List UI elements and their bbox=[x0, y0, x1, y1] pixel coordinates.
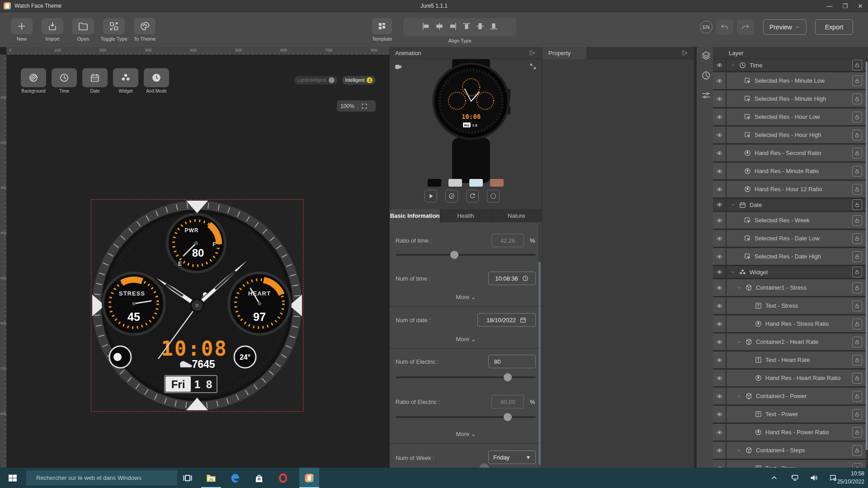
lock-toggle-icon[interactable] bbox=[852, 391, 862, 402]
chevron-down-icon[interactable] bbox=[736, 448, 742, 453]
undo-button[interactable] bbox=[716, 19, 733, 35]
canvas-tool-widget[interactable]: Widget bbox=[112, 68, 140, 94]
align-left-button[interactable] bbox=[419, 20, 433, 32]
lock-toggle-icon[interactable] bbox=[852, 427, 862, 438]
property-tab[interactable]: Property bbox=[542, 47, 586, 59]
layer-row[interactable]: Widget bbox=[713, 266, 866, 278]
volume-icon[interactable] bbox=[810, 474, 818, 482]
taskbar-search[interactable]: Rechercher sur le web et dans Windows bbox=[26, 470, 177, 485]
layer-row[interactable]: Text - Stress bbox=[713, 297, 866, 314]
visibility-eye-icon[interactable] bbox=[713, 163, 726, 179]
loop-button[interactable] bbox=[487, 190, 500, 202]
visibility-eye-icon[interactable] bbox=[713, 315, 726, 332]
taskbar-app-task-view[interactable] bbox=[178, 468, 198, 488]
chevron-down-icon[interactable] bbox=[736, 339, 742, 345]
chevron-down-icon[interactable] bbox=[730, 202, 736, 207]
design-canvas[interactable]: 0100200300400500600700800 10020030040050… bbox=[0, 47, 389, 468]
zoom-control[interactable]: 100% bbox=[337, 100, 376, 112]
toolbar-button-open[interactable]: Open bbox=[68, 18, 99, 42]
start-button[interactable] bbox=[3, 468, 23, 488]
expand-icon[interactable] bbox=[529, 63, 537, 70]
taskbar-app-opera[interactable] bbox=[273, 468, 293, 488]
layer-row[interactable]: Selected Res - Week bbox=[713, 212, 866, 229]
lock-toggle-icon[interactable] bbox=[852, 463, 862, 468]
visibility-eye-icon[interactable] bbox=[713, 108, 726, 125]
color-swatch-3[interactable] bbox=[469, 179, 483, 187]
layer-row[interactable]: Container4 - Steps bbox=[713, 442, 866, 459]
visibility-eye-icon[interactable] bbox=[713, 370, 726, 386]
layer-row[interactable]: Text - Heart Rate bbox=[713, 352, 866, 368]
align-right-button[interactable] bbox=[446, 20, 460, 32]
tab-basic-information[interactable]: Basic Information bbox=[390, 209, 440, 222]
visibility-eye-icon[interactable] bbox=[713, 352, 726, 368]
visibility-eye-icon[interactable] bbox=[713, 181, 726, 197]
export-button[interactable]: Export bbox=[815, 19, 853, 35]
layer-row[interactable]: Text - Power bbox=[713, 406, 866, 422]
layer-row[interactable]: Container3 - Power bbox=[713, 388, 866, 404]
align-center-v-button[interactable] bbox=[473, 20, 487, 32]
visibility-eye-icon[interactable] bbox=[713, 333, 726, 350]
visibility-eye-icon[interactable] bbox=[713, 59, 726, 71]
minimize-button[interactable]: — bbox=[822, 0, 837, 12]
taskbar-app-edge[interactable] bbox=[225, 468, 245, 488]
chevron-down-icon[interactable] bbox=[730, 62, 736, 68]
visibility-eye-icon[interactable] bbox=[713, 406, 726, 422]
visibility-eye-icon[interactable] bbox=[713, 212, 726, 229]
lock-toggle-icon[interactable] bbox=[852, 60, 862, 70]
lock-toggle-icon[interactable] bbox=[852, 166, 862, 177]
layer-row[interactable]: Time bbox=[713, 59, 866, 71]
align-top-button[interactable] bbox=[460, 20, 473, 32]
tab-nature[interactable]: Nature bbox=[491, 209, 542, 222]
fit-screen-icon[interactable] bbox=[361, 103, 368, 109]
panel-collapse-icon[interactable] bbox=[680, 49, 689, 56]
lock-toggle-icon[interactable] bbox=[852, 409, 862, 420]
canvas-tool-time[interactable]: Time bbox=[50, 68, 78, 94]
taskbar-clock[interactable]: 10:58 25/10/2022 bbox=[837, 469, 864, 486]
layer-row[interactable]: Selected Res - Hour Low bbox=[713, 108, 866, 125]
gauge-dot[interactable] bbox=[109, 346, 131, 368]
layers-icon[interactable] bbox=[701, 51, 711, 61]
lock-toggle-icon[interactable] bbox=[852, 319, 862, 329]
num-electric-input[interactable]: 80 bbox=[488, 355, 536, 368]
ratio-time-slider[interactable] bbox=[396, 254, 536, 256]
visibility-eye-icon[interactable] bbox=[713, 199, 726, 211]
visibility-eye-icon[interactable] bbox=[713, 279, 726, 296]
watchface-selection[interactable]: PWR F E 80 STRESS 45 bbox=[91, 200, 303, 411]
maximize-button[interactable]: ❐ bbox=[837, 0, 853, 12]
layer-row[interactable]: Text - Steps bbox=[713, 460, 866, 468]
taskbar-app-store[interactable] bbox=[249, 468, 269, 488]
chevron-down-icon[interactable] bbox=[730, 269, 736, 275]
canvas-tool-background[interactable]: Background bbox=[19, 68, 47, 94]
layer-row[interactable]: Container2 - Heart Rate bbox=[713, 333, 866, 350]
visibility-eye-icon[interactable] bbox=[713, 424, 726, 441]
ratio-electric-slider[interactable] bbox=[396, 416, 536, 418]
mode-toggle-lightintelligent[interactable]: LightIntelligent bbox=[294, 76, 338, 84]
more-toggle-1[interactable]: More ⌄ bbox=[390, 294, 542, 300]
chevron-down-icon[interactable] bbox=[736, 394, 742, 399]
watch-preview-icon[interactable] bbox=[701, 70, 711, 80]
lock-toggle-icon[interactable] bbox=[852, 373, 862, 384]
lock-toggle-icon[interactable] bbox=[852, 112, 862, 122]
visibility-eye-icon[interactable] bbox=[713, 442, 726, 459]
lock-toggle-icon[interactable] bbox=[852, 355, 862, 366]
inspector-scrollbar[interactable] bbox=[538, 223, 541, 466]
lock-toggle-icon[interactable] bbox=[852, 75, 862, 86]
ratio-electric-input[interactable]: 80,00 bbox=[491, 395, 524, 408]
lock-toggle-icon[interactable] bbox=[852, 445, 862, 456]
visibility-eye-icon[interactable] bbox=[713, 266, 726, 278]
align-center-h-button[interactable] bbox=[433, 20, 446, 32]
visibility-eye-icon[interactable] bbox=[713, 230, 726, 247]
mode-toggle-intelligent[interactable]: Intelligent 2 bbox=[342, 76, 376, 84]
layer-row[interactable]: Date bbox=[713, 199, 866, 211]
subdial-heart[interactable]: HEART 97 bbox=[229, 273, 290, 334]
layer-row[interactable]: Selected Res - Date Low bbox=[713, 230, 866, 247]
refresh-button[interactable] bbox=[466, 190, 479, 202]
panel-collapse-icon[interactable] bbox=[528, 49, 536, 56]
lock-toggle-icon[interactable] bbox=[852, 94, 862, 104]
lock-toggle-icon[interactable] bbox=[852, 130, 862, 141]
layer-row[interactable]: Selected Res - Hour High bbox=[713, 127, 866, 143]
lock-toggle-icon[interactable] bbox=[852, 215, 862, 226]
visibility-eye-icon[interactable] bbox=[713, 72, 726, 89]
color-swatch-4[interactable] bbox=[490, 179, 504, 187]
lock-toggle-icon[interactable] bbox=[852, 148, 862, 159]
